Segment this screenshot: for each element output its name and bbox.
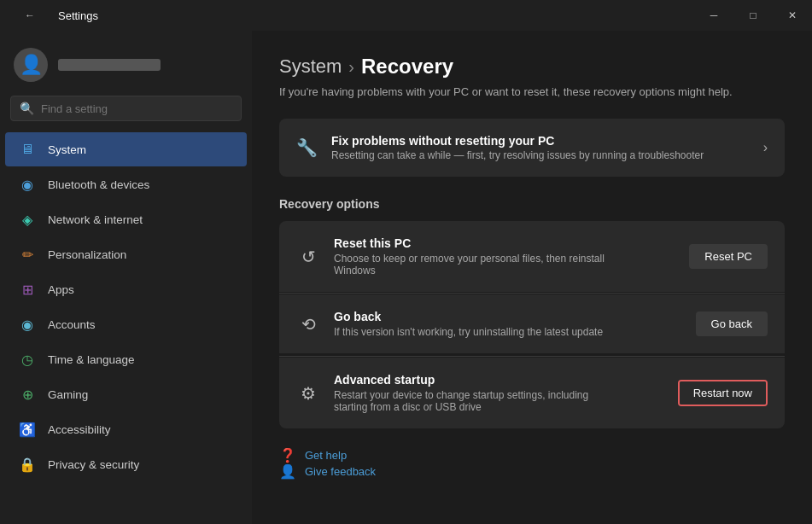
- advanced-startup-title: Advanced startup: [334, 373, 664, 387]
- nav-icon-accessibility: ♿: [19, 421, 36, 438]
- sidebar-item-network[interactable]: ◈ Network & internet: [5, 202, 247, 236]
- recovery-section-label: Recovery options: [279, 197, 785, 211]
- search-box[interactable]: 🔍: [10, 96, 242, 121]
- nav-icon-apps: ⊞: [19, 281, 36, 298]
- nav-icon-gaming: ⊕: [19, 386, 36, 403]
- nav-label-accessibility: Accessibility: [48, 423, 111, 436]
- nav-label-gaming: Gaming: [48, 388, 88, 401]
- recovery-card-advanced-startup[interactable]: ⚙ Advanced startup Restart your device t…: [279, 358, 785, 428]
- advanced-startup-desc: Restart your device to change startup se…: [334, 389, 624, 413]
- back-button[interactable]: ←: [10, 0, 50, 31]
- nav-label-time: Time & language: [48, 353, 135, 366]
- restart-btn-wrapper: Restart now: [678, 380, 768, 406]
- go-back-icon: ⟲: [296, 314, 320, 335]
- sidebar-item-personalization[interactable]: ✏ Personalization: [5, 237, 247, 271]
- fix-problems-card[interactable]: 🔧 Fix problems without resetting your PC…: [279, 119, 785, 177]
- reset-pc-text: Reset this PC Choose to keep or remove y…: [334, 236, 675, 277]
- sidebar-item-accounts[interactable]: ◉ Accounts: [5, 307, 247, 341]
- nav-label-accounts: Accounts: [48, 318, 96, 331]
- reset-pc-button[interactable]: Reset PC: [689, 244, 768, 269]
- maximize-button[interactable]: □: [733, 0, 773, 31]
- reset-pc-icon: ↺: [296, 247, 320, 267]
- breadcrumb: System › Recovery: [279, 55, 785, 79]
- nav-label-privacy: Privacy & security: [48, 458, 139, 471]
- minimize-button[interactable]: ─: [694, 0, 733, 31]
- restart-now-button[interactable]: Restart now: [680, 381, 766, 405]
- go-back-button[interactable]: Go back: [696, 311, 768, 336]
- reset-pc-desc: Choose to keep or remove your personal f…: [334, 253, 624, 277]
- go-back-text: Go back If this version isn't working, t…: [334, 310, 682, 338]
- fix-desc: Resetting can take a while — first, try …: [331, 149, 750, 161]
- go-back-title: Go back: [334, 310, 682, 323]
- page-title: Recovery: [361, 55, 453, 79]
- give-feedback-label: Give feedback: [305, 465, 376, 478]
- close-button[interactable]: ✕: [773, 0, 812, 31]
- sidebar-item-privacy[interactable]: 🔒 Privacy & security: [5, 447, 247, 481]
- fix-chevron-icon: ›: [763, 140, 768, 155]
- search-icon: 🔍: [20, 102, 34, 115]
- username-bar: [58, 59, 161, 71]
- app-title: Settings: [58, 9, 98, 22]
- window-controls: ─ □ ✕: [694, 0, 812, 31]
- avatar: 👤: [14, 48, 48, 82]
- sidebar-item-time[interactable]: ◷ Time & language: [5, 342, 247, 376]
- go-back-desc: If this version isn't working, try unins…: [334, 326, 624, 338]
- nav-icon-time: ◷: [19, 351, 36, 368]
- get-help-label: Get help: [305, 449, 347, 462]
- app-body: 👤 🔍 🖥 System ◉ Bluetooth & devices ◈ Net…: [0, 31, 812, 524]
- sidebar-item-accessibility[interactable]: ♿ Accessibility: [5, 412, 247, 446]
- fix-icon: 🔧: [296, 137, 318, 158]
- sidebar-item-gaming[interactable]: ⊕ Gaming: [5, 377, 247, 411]
- fix-title: Fix problems without resetting your PC: [331, 134, 750, 148]
- fix-text: Fix problems without resetting your PC R…: [331, 134, 750, 161]
- divider: [279, 293, 785, 294]
- sidebar: 👤 🔍 🖥 System ◉ Bluetooth & devices ◈ Net…: [0, 31, 252, 524]
- nav-icon-system: 🖥: [19, 141, 36, 158]
- advanced-startup-text: Advanced startup Restart your device to …: [334, 373, 664, 413]
- page-description: If you're having problems with your PC o…: [279, 85, 785, 98]
- search-input[interactable]: [41, 102, 232, 115]
- nav-list: 🖥 System ◉ Bluetooth & devices ◈ Network…: [0, 131, 252, 482]
- user-section: 👤: [0, 31, 252, 96]
- nav-icon-personalization: ✏: [19, 246, 36, 263]
- give-feedback-icon: 👤: [279, 463, 296, 480]
- nav-icon-bluetooth: ◉: [19, 176, 36, 193]
- recovery-options-list: ↺ Reset this PC Choose to keep or remove…: [279, 221, 785, 428]
- breadcrumb-parent: System: [279, 55, 342, 78]
- divider: [279, 356, 785, 357]
- nav-label-bluetooth: Bluetooth & devices: [48, 178, 149, 191]
- nav-label-apps: Apps: [48, 283, 74, 296]
- titlebar: ← Settings ─ □ ✕: [0, 0, 812, 31]
- links-list: ❓ Get help 👤 Give feedback: [279, 447, 785, 480]
- breadcrumb-separator: ›: [348, 57, 354, 77]
- titlebar-left: ← Settings: [10, 0, 98, 31]
- get-help-icon: ❓: [279, 447, 296, 463]
- nav-label-personalization: Personalization: [48, 248, 126, 261]
- reset-pc-title: Reset this PC: [334, 236, 675, 250]
- links-section: ❓ Get help 👤 Give feedback: [279, 447, 785, 480]
- nav-label-system: System: [48, 143, 86, 156]
- link-get-help[interactable]: ❓ Get help: [279, 447, 785, 463]
- nav-icon-network: ◈: [19, 211, 36, 228]
- recovery-card-go-back[interactable]: ⟲ Go back If this version isn't working,…: [279, 294, 785, 353]
- nav-label-network: Network & internet: [48, 213, 143, 226]
- sidebar-item-apps[interactable]: ⊞ Apps: [5, 272, 247, 306]
- sidebar-item-bluetooth[interactable]: ◉ Bluetooth & devices: [5, 167, 247, 201]
- avatar-icon: 👤: [20, 54, 43, 76]
- recovery-card-reset-pc[interactable]: ↺ Reset this PC Choose to keep or remove…: [279, 221, 785, 292]
- nav-icon-privacy: 🔒: [19, 456, 36, 473]
- link-give-feedback[interactable]: 👤 Give feedback: [279, 463, 785, 480]
- advanced-startup-icon: ⚙: [296, 383, 320, 404]
- sidebar-item-system[interactable]: 🖥 System: [5, 132, 247, 166]
- content-area: System › Recovery If you're having probl…: [252, 31, 812, 524]
- nav-icon-accounts: ◉: [19, 316, 36, 333]
